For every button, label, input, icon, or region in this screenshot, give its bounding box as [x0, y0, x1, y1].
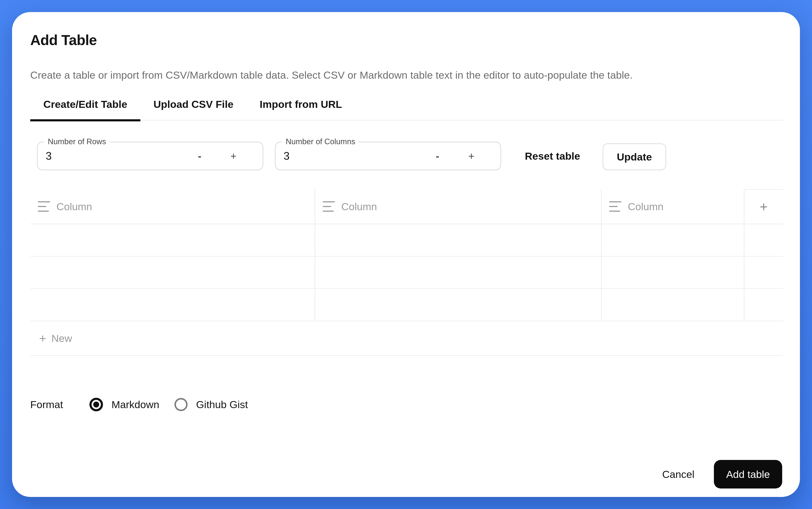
add-row-label: New — [52, 332, 72, 344]
table-cell[interactable] — [602, 257, 744, 289]
number-of-rows-input[interactable]: 3 — [46, 150, 191, 162]
column-header-1[interactable]: Column — [30, 189, 315, 224]
number-of-rows-label: Number of Rows — [44, 137, 109, 146]
column-header-2[interactable]: Column — [315, 189, 602, 224]
rows-increment-button[interactable]: + — [225, 150, 242, 162]
column-handle-icon[interactable] — [323, 201, 335, 212]
columns-increment-button[interactable]: + — [463, 150, 480, 162]
table-cell[interactable] — [30, 289, 315, 321]
desktop-backdrop: { "dialog": { "title": "Add Table", "des… — [0, 0, 812, 509]
number-of-columns-label: Number of Columns — [282, 137, 359, 146]
table-editor: Column Column Column + + New — [30, 189, 783, 356]
number-of-columns-input[interactable]: 3 — [283, 150, 429, 162]
table-cell[interactable] — [315, 224, 602, 257]
table-row-spacer — [744, 257, 783, 289]
add-table-dialog: Add Table Create a table or import from … — [12, 12, 800, 497]
format-option-label: Github Gist — [196, 399, 248, 410]
plus-icon: + — [760, 199, 768, 215]
format-option-label: Markdown — [111, 399, 159, 410]
format-option-github-gist[interactable]: Github Gist — [174, 398, 248, 411]
table-cell[interactable] — [30, 224, 315, 257]
columns-decrement-button[interactable]: - — [429, 150, 446, 162]
radio-selected-icon[interactable] — [90, 398, 103, 411]
tab-create-edit-table[interactable]: Create/Edit Table — [30, 89, 140, 120]
add-table-button[interactable]: Add table — [714, 460, 782, 488]
dialog-footer: Cancel Add table — [662, 460, 782, 488]
number-of-rows-field: Number of Rows 3 - + — [37, 142, 263, 170]
table-cell[interactable] — [602, 224, 744, 257]
table-cell[interactable] — [315, 289, 602, 321]
table-cell[interactable] — [602, 289, 744, 321]
rows-decrement-button[interactable]: - — [191, 150, 208, 162]
column-header-3[interactable]: Column — [602, 189, 744, 224]
radio-unselected-icon[interactable] — [174, 398, 188, 411]
plus-icon: + — [39, 331, 46, 345]
reset-table-button[interactable]: Reset table — [525, 142, 580, 170]
format-row: Format Markdown Github Gist — [30, 397, 248, 412]
table-row-spacer — [744, 224, 783, 257]
add-row-button[interactable]: + New — [30, 321, 783, 356]
table-cell[interactable] — [315, 257, 602, 289]
number-of-columns-field: Number of Columns 3 - + — [275, 142, 501, 170]
table-row-spacer — [744, 289, 783, 321]
dialog-description: Create a table or import from CSV/Markdo… — [30, 69, 633, 81]
tab-upload-csv-file[interactable]: Upload CSV File — [140, 89, 246, 120]
table-cell[interactable] — [30, 257, 315, 289]
column-name-input[interactable]: Column — [628, 201, 664, 212]
update-button[interactable]: Update — [603, 143, 666, 170]
format-label: Format — [30, 399, 63, 410]
column-handle-icon[interactable] — [609, 201, 621, 212]
tab-bar: Create/Edit Table Upload CSV File Import… — [30, 89, 783, 121]
add-column-button[interactable]: + — [744, 189, 783, 224]
column-handle-icon[interactable] — [38, 201, 50, 212]
dialog-title: Add Table — [30, 32, 97, 48]
tab-import-from-url[interactable]: Import from URL — [246, 89, 355, 120]
format-option-markdown[interactable]: Markdown — [90, 398, 159, 411]
column-name-input[interactable]: Column — [341, 201, 377, 212]
cancel-button[interactable]: Cancel — [662, 468, 695, 480]
column-name-input[interactable]: Column — [57, 201, 92, 212]
